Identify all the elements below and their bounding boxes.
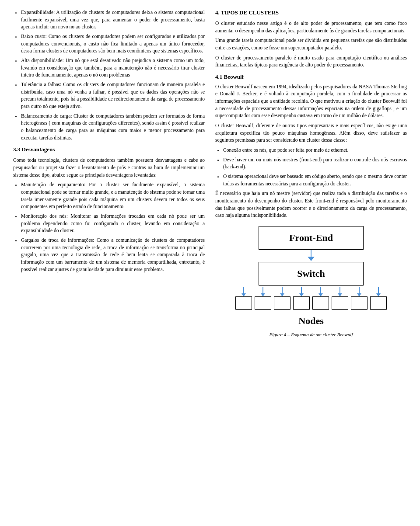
list-item: Tolerância a falhas: Como os clusters de… — [21, 81, 205, 110]
node-box — [312, 296, 329, 310]
node-col — [274, 287, 290, 310]
list-item: Expansibilidade: A utilização de cluster… — [21, 9, 205, 31]
section-4-para2: Uma grande tarefa computacional pode ser… — [215, 37, 407, 51]
node-box — [351, 296, 368, 310]
left-column: Expansibilidade: A utilização de cluster… — [13, 9, 205, 338]
list-item: Conexão entre os nós, que pode ser feita… — [223, 146, 407, 154]
node-arrow-down — [357, 293, 361, 296]
node-arrow-line — [320, 287, 321, 293]
node-arrow-line — [378, 287, 379, 293]
item-text: Deve haver um ou mais nós mestres (front… — [223, 157, 407, 170]
section-4: 4. TIPOS DE CLUSTERS O cluster estudado … — [215, 9, 407, 69]
list-item: Balanceamento de carga: Cluster de compu… — [21, 112, 205, 142]
node-arrow-line — [282, 287, 283, 293]
node-col — [351, 287, 368, 310]
section-4-intro: O cluster estudado nesse artigo é o de a… — [215, 20, 407, 34]
list-item: Monitoração dos nós: Monitorar as inform… — [21, 212, 205, 234]
node-box — [293, 296, 310, 310]
node-arrow-down — [338, 293, 342, 296]
disadvantages-list: Manutenção de equipamento: Por o cluster… — [21, 181, 205, 273]
node-arrow-line — [359, 287, 360, 293]
node-arrow-down — [376, 293, 381, 296]
arrow-down-1 — [308, 257, 315, 261]
list-item: Baixo custo: Como os clusters de computa… — [21, 33, 205, 55]
frontend-label: Front-End — [289, 232, 333, 243]
section-33-intro: Como toda tecnologia, clusters de comput… — [13, 157, 205, 178]
section-41-para3: É necessário que haja um nó mestre (serv… — [215, 190, 407, 219]
nodes-label: Nodes — [298, 314, 323, 328]
node-arrow-line — [340, 287, 340, 293]
beowulf-list: Conexão entre os nós, que pode ser feita… — [223, 146, 407, 187]
list-item: Alta disponibilidade: Um nó que está des… — [21, 57, 205, 79]
item-text: Gargalos de troca de informações: Como a… — [21, 237, 205, 272]
nodes-row — [235, 287, 387, 310]
item-text: Manutenção de equipamento: Por o cluster… — [21, 182, 205, 209]
node-arrow-down — [280, 293, 284, 296]
advantages-list: Expansibilidade: A utilização de cluster… — [21, 9, 205, 141]
node-box — [370, 296, 387, 310]
switch-box: Switch — [259, 262, 364, 286]
item-text: Monitoração dos nós: Monitorar as inform… — [21, 213, 205, 233]
node-arrow-line — [262, 287, 263, 293]
section-41-title: 4.1 Beowulf — [215, 73, 407, 81]
figure-caption: Figura 4 – Esquema de um cluster Beowulf — [270, 331, 353, 338]
item-text: Expansibilidade: A utilização de cluster… — [21, 10, 205, 29]
node-box — [332, 296, 348, 310]
section-41-para1: O cluster Beowulf nasceu em 1994, ideali… — [215, 83, 407, 119]
item-text: O sistema operacional deve ser baseado e… — [223, 174, 407, 186]
node-arrow-line — [243, 287, 244, 293]
list-item: Deve haver um ou mais nós mestres (front… — [223, 156, 407, 171]
item-text: Tolerância a falhas: Como os clusters de… — [21, 82, 205, 109]
node-arrow-down — [299, 293, 304, 296]
switch-label: Switch — [297, 268, 325, 279]
list-item: O sistema operacional deve ser baseado e… — [223, 173, 407, 187]
item-text: Conexão entre os nós, que pode ser feita… — [223, 147, 348, 153]
node-arrow-line — [301, 287, 302, 293]
node-col — [370, 287, 387, 310]
right-column: 4. TIPOS DE CLUSTERS O cluster estudado … — [215, 9, 407, 338]
section-4-para3: O cluster de processamento paralelo é mu… — [215, 54, 407, 69]
list-item: Gargalos de troca de informações: Como a… — [21, 237, 205, 273]
node-col — [255, 287, 271, 310]
section-41-para2: O cluster Beowulf, diferente de outros t… — [215, 122, 407, 144]
node-col — [235, 287, 252, 310]
item-text: Alta disponibilidade: Um nó que está des… — [21, 58, 205, 77]
section-33-title: 3.3 Desvantagens — [13, 146, 205, 154]
node-box — [255, 296, 271, 310]
node-box — [235, 296, 252, 310]
item-text: Baixo custo: Como os clusters de computa… — [21, 34, 205, 53]
node-col — [312, 287, 329, 310]
node-arrow-down — [242, 293, 246, 296]
frontend-box: Front-End — [259, 226, 364, 250]
node-col — [332, 287, 348, 310]
arrow-line-1 — [311, 250, 312, 257]
beowulf-diagram: Front-End Switch — [215, 226, 407, 338]
node-col — [293, 287, 310, 310]
section-33: 3.3 Desvantagens Como toda tecnologia, c… — [13, 146, 205, 273]
section-4-title: 4. TIPOS DE CLUSTERS — [215, 9, 407, 17]
section-41: 4.1 Beowulf O cluster Beowulf nasceu em … — [215, 73, 407, 219]
page-content: Expansibilidade: A utilização de cluster… — [13, 9, 407, 338]
node-arrow-down — [261, 293, 265, 296]
item-text: Balanceamento de carga: Cluster de compu… — [21, 113, 205, 140]
node-box — [274, 296, 290, 310]
list-item: Manutenção de equipamento: Por o cluster… — [21, 181, 205, 210]
node-arrow-down — [318, 293, 323, 296]
